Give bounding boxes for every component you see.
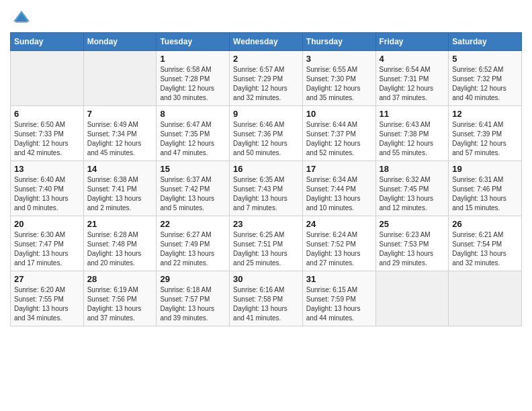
calendar-cell: 6Sunrise: 6:50 AM Sunset: 7:33 PM Daylig… — [11, 106, 84, 161]
day-info: Sunrise: 6:16 AM Sunset: 7:58 PM Dayligh… — [233, 285, 299, 323]
day-number: 12 — [452, 109, 518, 119]
calendar-cell: 19Sunrise: 6:31 AM Sunset: 7:46 PM Dayli… — [449, 161, 522, 216]
day-number: 25 — [380, 219, 445, 229]
day-number: 7 — [87, 109, 153, 119]
day-number: 29 — [160, 274, 226, 284]
day-info: Sunrise: 6:37 AM Sunset: 7:42 PM Dayligh… — [160, 175, 226, 213]
day-number: 17 — [306, 164, 372, 174]
day-info: Sunrise: 6:34 AM Sunset: 7:44 PM Dayligh… — [306, 175, 372, 213]
calendar-cell — [11, 51, 84, 106]
calendar-week-4: 27Sunrise: 6:20 AM Sunset: 7:55 PM Dayli… — [11, 271, 522, 326]
day-number: 13 — [14, 164, 80, 174]
day-info: Sunrise: 6:21 AM Sunset: 7:54 PM Dayligh… — [452, 230, 518, 268]
day-number: 15 — [160, 164, 226, 174]
day-info: Sunrise: 6:20 AM Sunset: 7:55 PM Dayligh… — [14, 285, 80, 323]
calendar-cell: 2Sunrise: 6:57 AM Sunset: 7:29 PM Daylig… — [230, 51, 303, 106]
calendar-cell: 28Sunrise: 6:19 AM Sunset: 7:56 PM Dayli… — [83, 271, 157, 326]
day-number: 11 — [380, 109, 445, 119]
calendar-week-1: 6Sunrise: 6:50 AM Sunset: 7:33 PM Daylig… — [11, 106, 522, 161]
day-info: Sunrise: 6:38 AM Sunset: 7:41 PM Dayligh… — [87, 175, 153, 213]
day-info: Sunrise: 6:49 AM Sunset: 7:34 PM Dayligh… — [87, 120, 153, 158]
day-number: 20 — [14, 219, 80, 229]
weekday-header-thursday: Thursday — [302, 33, 375, 51]
calendar-cell: 4Sunrise: 6:54 AM Sunset: 7:31 PM Daylig… — [375, 51, 449, 106]
calendar-cell: 26Sunrise: 6:21 AM Sunset: 7:54 PM Dayli… — [449, 216, 522, 271]
day-number: 31 — [306, 274, 372, 284]
calendar-cell: 15Sunrise: 6:37 AM Sunset: 7:42 PM Dayli… — [157, 161, 230, 216]
weekday-header-tuesday: Tuesday — [157, 33, 230, 51]
calendar-cell: 25Sunrise: 6:23 AM Sunset: 7:53 PM Dayli… — [375, 216, 449, 271]
day-info: Sunrise: 6:19 AM Sunset: 7:56 PM Dayligh… — [87, 285, 153, 323]
calendar-cell: 18Sunrise: 6:32 AM Sunset: 7:45 PM Dayli… — [375, 161, 449, 216]
day-info: Sunrise: 6:25 AM Sunset: 7:51 PM Dayligh… — [233, 230, 299, 268]
calendar-cell: 10Sunrise: 6:44 AM Sunset: 7:37 PM Dayli… — [302, 106, 375, 161]
calendar-cell: 12Sunrise: 6:41 AM Sunset: 7:39 PM Dayli… — [449, 106, 522, 161]
calendar-cell: 11Sunrise: 6:43 AM Sunset: 7:38 PM Dayli… — [375, 106, 449, 161]
day-number: 21 — [87, 219, 153, 229]
calendar-cell: 8Sunrise: 6:47 AM Sunset: 7:35 PM Daylig… — [157, 106, 230, 161]
day-info: Sunrise: 6:24 AM Sunset: 7:52 PM Dayligh… — [306, 230, 372, 268]
calendar-cell: 21Sunrise: 6:28 AM Sunset: 7:48 PM Dayli… — [83, 216, 157, 271]
day-number: 22 — [160, 219, 226, 229]
day-number: 26 — [452, 219, 518, 229]
header — [10, 7, 522, 27]
day-info: Sunrise: 6:30 AM Sunset: 7:47 PM Dayligh… — [14, 230, 80, 268]
calendar-cell: 1Sunrise: 6:58 AM Sunset: 7:28 PM Daylig… — [157, 51, 230, 106]
day-info: Sunrise: 6:47 AM Sunset: 7:35 PM Dayligh… — [160, 120, 226, 158]
calendar-cell: 23Sunrise: 6:25 AM Sunset: 7:51 PM Dayli… — [230, 216, 303, 271]
calendar-cell: 5Sunrise: 6:52 AM Sunset: 7:32 PM Daylig… — [449, 51, 522, 106]
day-info: Sunrise: 6:23 AM Sunset: 7:53 PM Dayligh… — [380, 230, 445, 268]
calendar-week-3: 20Sunrise: 6:30 AM Sunset: 7:47 PM Dayli… — [11, 216, 522, 271]
day-number: 9 — [233, 109, 299, 119]
day-info: Sunrise: 6:40 AM Sunset: 7:40 PM Dayligh… — [14, 175, 80, 213]
day-info: Sunrise: 6:58 AM Sunset: 7:28 PM Dayligh… — [160, 65, 226, 103]
day-info: Sunrise: 6:35 AM Sunset: 7:43 PM Dayligh… — [233, 175, 299, 213]
day-info: Sunrise: 6:55 AM Sunset: 7:30 PM Dayligh… — [306, 65, 372, 103]
day-number: 23 — [233, 219, 299, 229]
day-info: Sunrise: 6:43 AM Sunset: 7:38 PM Dayligh… — [380, 120, 445, 158]
calendar-cell: 14Sunrise: 6:38 AM Sunset: 7:41 PM Dayli… — [83, 161, 157, 216]
calendar-cell: 20Sunrise: 6:30 AM Sunset: 7:47 PM Dayli… — [11, 216, 84, 271]
calendar-cell: 24Sunrise: 6:24 AM Sunset: 7:52 PM Dayli… — [302, 216, 375, 271]
calendar-cell: 22Sunrise: 6:27 AM Sunset: 7:49 PM Dayli… — [157, 216, 230, 271]
day-info: Sunrise: 6:50 AM Sunset: 7:33 PM Dayligh… — [14, 120, 80, 158]
weekday-header-wednesday: Wednesday — [230, 33, 303, 51]
calendar-table: SundayMondayTuesdayWednesdayThursdayFrid… — [10, 32, 522, 326]
calendar-cell: 30Sunrise: 6:16 AM Sunset: 7:58 PM Dayli… — [230, 271, 303, 326]
day-number: 2 — [233, 54, 299, 64]
calendar-body: 1Sunrise: 6:58 AM Sunset: 7:28 PM Daylig… — [11, 51, 522, 326]
calendar-cell: 29Sunrise: 6:18 AM Sunset: 7:57 PM Dayli… — [157, 271, 230, 326]
day-info: Sunrise: 6:28 AM Sunset: 7:48 PM Dayligh… — [87, 230, 153, 268]
day-number: 28 — [87, 274, 153, 284]
day-number: 3 — [306, 54, 372, 64]
day-info: Sunrise: 6:54 AM Sunset: 7:31 PM Dayligh… — [380, 65, 445, 103]
calendar-cell: 9Sunrise: 6:46 AM Sunset: 7:36 PM Daylig… — [230, 106, 303, 161]
calendar-cell: 13Sunrise: 6:40 AM Sunset: 7:40 PM Dayli… — [11, 161, 84, 216]
day-number: 14 — [87, 164, 153, 174]
day-number: 5 — [452, 54, 518, 64]
day-info: Sunrise: 6:46 AM Sunset: 7:36 PM Dayligh… — [233, 120, 299, 158]
day-info: Sunrise: 6:18 AM Sunset: 7:57 PM Dayligh… — [160, 285, 226, 323]
day-number: 6 — [14, 109, 80, 119]
calendar-cell: 3Sunrise: 6:55 AM Sunset: 7:30 PM Daylig… — [302, 51, 375, 106]
logo-icon — [12, 8, 31, 27]
day-number: 10 — [306, 109, 372, 119]
weekday-header-monday: Monday — [83, 33, 157, 51]
weekday-header-saturday: Saturday — [449, 33, 522, 51]
calendar-cell — [375, 271, 449, 326]
calendar-week-0: 1Sunrise: 6:58 AM Sunset: 7:28 PM Daylig… — [11, 51, 522, 106]
day-number: 24 — [306, 219, 372, 229]
day-number: 4 — [380, 54, 445, 64]
calendar-header: SundayMondayTuesdayWednesdayThursdayFrid… — [11, 33, 522, 51]
day-number: 18 — [380, 164, 445, 174]
logo — [10, 11, 31, 27]
weekday-header-sunday: Sunday — [11, 33, 84, 51]
day-info: Sunrise: 6:41 AM Sunset: 7:39 PM Dayligh… — [452, 120, 518, 158]
day-number: 30 — [233, 274, 299, 284]
weekday-header-friday: Friday — [375, 33, 449, 51]
day-info: Sunrise: 6:32 AM Sunset: 7:45 PM Dayligh… — [380, 175, 445, 213]
calendar-cell — [449, 271, 522, 326]
day-info: Sunrise: 6:57 AM Sunset: 7:29 PM Dayligh… — [233, 65, 299, 103]
day-number: 8 — [160, 109, 226, 119]
calendar-cell: 17Sunrise: 6:34 AM Sunset: 7:44 PM Dayli… — [302, 161, 375, 216]
